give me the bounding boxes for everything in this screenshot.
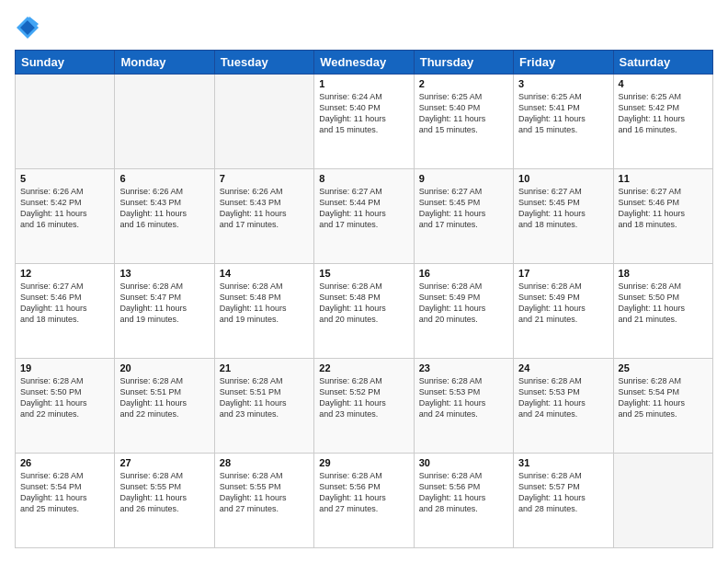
day-number: 10 bbox=[518, 173, 608, 184]
day-number: 31 bbox=[518, 457, 608, 468]
day-info: Sunrise: 6:28 AM Sunset: 5:54 PM Dayligh… bbox=[20, 470, 109, 515]
calendar-cell: 1Sunrise: 6:24 AM Sunset: 5:40 PM Daylig… bbox=[314, 75, 414, 169]
day-number: 7 bbox=[220, 173, 309, 184]
day-number: 24 bbox=[518, 362, 608, 373]
day-number: 22 bbox=[319, 362, 408, 373]
calendar-cell: 2Sunrise: 6:25 AM Sunset: 5:40 PM Daylig… bbox=[414, 75, 513, 169]
day-info: Sunrise: 6:28 AM Sunset: 5:56 PM Dayligh… bbox=[319, 470, 408, 515]
weekday-header-tuesday: Tuesday bbox=[214, 51, 313, 75]
weekday-header-thursday: Thursday bbox=[414, 51, 513, 75]
calendar-cell: 20Sunrise: 6:28 AM Sunset: 5:51 PM Dayli… bbox=[115, 359, 214, 454]
day-info: Sunrise: 6:28 AM Sunset: 5:52 PM Dayligh… bbox=[319, 375, 408, 420]
day-number: 1 bbox=[319, 78, 408, 89]
day-info: Sunrise: 6:28 AM Sunset: 5:47 PM Dayligh… bbox=[119, 281, 209, 326]
day-number: 29 bbox=[319, 457, 408, 468]
day-number: 27 bbox=[119, 457, 209, 468]
day-info: Sunrise: 6:28 AM Sunset: 5:50 PM Dayligh… bbox=[619, 281, 708, 326]
weekday-header-row: SundayMondayTuesdayWednesdayThursdayFrid… bbox=[16, 51, 713, 75]
calendar-cell bbox=[613, 454, 712, 548]
day-number: 14 bbox=[220, 268, 309, 279]
day-info: Sunrise: 6:24 AM Sunset: 5:40 PM Dayligh… bbox=[319, 91, 408, 136]
day-number: 19 bbox=[20, 362, 109, 373]
logo bbox=[15, 15, 44, 40]
day-info: Sunrise: 6:27 AM Sunset: 5:45 PM Dayligh… bbox=[419, 186, 508, 231]
day-number: 8 bbox=[319, 173, 408, 184]
day-number: 28 bbox=[220, 457, 309, 468]
calendar-cell: 8Sunrise: 6:27 AM Sunset: 5:44 PM Daylig… bbox=[314, 169, 414, 264]
calendar-cell: 15Sunrise: 6:28 AM Sunset: 5:48 PM Dayli… bbox=[314, 264, 414, 359]
day-info: Sunrise: 6:27 AM Sunset: 5:46 PM Dayligh… bbox=[20, 281, 109, 326]
day-number: 2 bbox=[419, 78, 508, 89]
calendar-cell: 30Sunrise: 6:28 AM Sunset: 5:56 PM Dayli… bbox=[414, 454, 513, 548]
calendar-cell: 17Sunrise: 6:28 AM Sunset: 5:49 PM Dayli… bbox=[514, 264, 613, 359]
day-info: Sunrise: 6:27 AM Sunset: 5:46 PM Dayligh… bbox=[619, 186, 708, 231]
day-number: 21 bbox=[220, 362, 309, 373]
calendar-cell: 22Sunrise: 6:28 AM Sunset: 5:52 PM Dayli… bbox=[314, 359, 414, 454]
calendar-week-2: 5Sunrise: 6:26 AM Sunset: 5:42 PM Daylig… bbox=[16, 169, 713, 264]
weekday-header-saturday: Saturday bbox=[613, 51, 712, 75]
day-number: 26 bbox=[20, 457, 109, 468]
calendar-cell: 12Sunrise: 6:27 AM Sunset: 5:46 PM Dayli… bbox=[16, 264, 115, 359]
day-number: 16 bbox=[419, 268, 508, 279]
calendar-cell: 4Sunrise: 6:25 AM Sunset: 5:42 PM Daylig… bbox=[613, 75, 712, 169]
day-number: 12 bbox=[20, 268, 109, 279]
calendar-cell: 10Sunrise: 6:27 AM Sunset: 5:45 PM Dayli… bbox=[514, 169, 613, 264]
day-info: Sunrise: 6:28 AM Sunset: 5:48 PM Dayligh… bbox=[220, 281, 309, 326]
calendar-week-4: 19Sunrise: 6:28 AM Sunset: 5:50 PM Dayli… bbox=[16, 359, 713, 454]
day-info: Sunrise: 6:28 AM Sunset: 5:56 PM Dayligh… bbox=[419, 470, 508, 515]
day-number: 4 bbox=[619, 78, 708, 89]
day-number: 5 bbox=[20, 173, 109, 184]
page: SundayMondayTuesdayWednesdayThursdayFrid… bbox=[0, 0, 728, 563]
weekday-header-monday: Monday bbox=[115, 51, 214, 75]
header bbox=[15, 15, 713, 40]
day-number: 18 bbox=[619, 268, 708, 279]
day-number: 20 bbox=[119, 362, 209, 373]
calendar-cell: 3Sunrise: 6:25 AM Sunset: 5:41 PM Daylig… bbox=[514, 75, 613, 169]
weekday-header-wednesday: Wednesday bbox=[314, 51, 414, 75]
day-info: Sunrise: 6:28 AM Sunset: 5:49 PM Dayligh… bbox=[518, 281, 608, 326]
calendar-cell: 19Sunrise: 6:28 AM Sunset: 5:50 PM Dayli… bbox=[16, 359, 115, 454]
day-info: Sunrise: 6:25 AM Sunset: 5:41 PM Dayligh… bbox=[518, 91, 608, 136]
day-info: Sunrise: 6:26 AM Sunset: 5:43 PM Dayligh… bbox=[119, 186, 209, 231]
day-info: Sunrise: 6:28 AM Sunset: 5:55 PM Dayligh… bbox=[119, 470, 209, 515]
calendar-cell bbox=[115, 75, 214, 169]
calendar-week-3: 12Sunrise: 6:27 AM Sunset: 5:46 PM Dayli… bbox=[16, 264, 713, 359]
calendar-table: SundayMondayTuesdayWednesdayThursdayFrid… bbox=[15, 50, 713, 548]
day-number: 11 bbox=[619, 173, 708, 184]
calendar-cell: 5Sunrise: 6:26 AM Sunset: 5:42 PM Daylig… bbox=[16, 169, 115, 264]
day-info: Sunrise: 6:28 AM Sunset: 5:51 PM Dayligh… bbox=[220, 375, 309, 420]
calendar-cell: 25Sunrise: 6:28 AM Sunset: 5:54 PM Dayli… bbox=[613, 359, 712, 454]
weekday-header-sunday: Sunday bbox=[16, 51, 115, 75]
day-number: 23 bbox=[419, 362, 508, 373]
calendar-cell bbox=[16, 75, 115, 169]
day-info: Sunrise: 6:27 AM Sunset: 5:45 PM Dayligh… bbox=[518, 186, 608, 231]
calendar-cell: 14Sunrise: 6:28 AM Sunset: 5:48 PM Dayli… bbox=[214, 264, 313, 359]
day-number: 3 bbox=[518, 78, 608, 89]
day-number: 15 bbox=[319, 268, 408, 279]
calendar-cell: 7Sunrise: 6:26 AM Sunset: 5:43 PM Daylig… bbox=[214, 169, 313, 264]
calendar-cell: 23Sunrise: 6:28 AM Sunset: 5:53 PM Dayli… bbox=[414, 359, 513, 454]
day-number: 30 bbox=[419, 457, 508, 468]
day-info: Sunrise: 6:26 AM Sunset: 5:42 PM Dayligh… bbox=[20, 186, 109, 231]
calendar-cell: 16Sunrise: 6:28 AM Sunset: 5:49 PM Dayli… bbox=[414, 264, 513, 359]
day-number: 13 bbox=[119, 268, 209, 279]
calendar-cell: 24Sunrise: 6:28 AM Sunset: 5:53 PM Dayli… bbox=[514, 359, 613, 454]
day-info: Sunrise: 6:28 AM Sunset: 5:50 PM Dayligh… bbox=[20, 375, 109, 420]
day-info: Sunrise: 6:27 AM Sunset: 5:44 PM Dayligh… bbox=[319, 186, 408, 231]
calendar-week-5: 26Sunrise: 6:28 AM Sunset: 5:54 PM Dayli… bbox=[16, 454, 713, 548]
day-number: 25 bbox=[619, 362, 708, 373]
calendar-cell: 27Sunrise: 6:28 AM Sunset: 5:55 PM Dayli… bbox=[115, 454, 214, 548]
day-info: Sunrise: 6:26 AM Sunset: 5:43 PM Dayligh… bbox=[220, 186, 309, 231]
day-info: Sunrise: 6:28 AM Sunset: 5:49 PM Dayligh… bbox=[419, 281, 508, 326]
calendar-cell: 28Sunrise: 6:28 AM Sunset: 5:55 PM Dayli… bbox=[214, 454, 313, 548]
day-info: Sunrise: 6:25 AM Sunset: 5:40 PM Dayligh… bbox=[419, 91, 508, 136]
day-info: Sunrise: 6:28 AM Sunset: 5:54 PM Dayligh… bbox=[619, 375, 708, 420]
calendar-cell: 9Sunrise: 6:27 AM Sunset: 5:45 PM Daylig… bbox=[414, 169, 513, 264]
day-info: Sunrise: 6:28 AM Sunset: 5:51 PM Dayligh… bbox=[119, 375, 209, 420]
day-number: 9 bbox=[419, 173, 508, 184]
calendar-week-1: 1Sunrise: 6:24 AM Sunset: 5:40 PM Daylig… bbox=[16, 75, 713, 169]
calendar-cell: 21Sunrise: 6:28 AM Sunset: 5:51 PM Dayli… bbox=[214, 359, 313, 454]
calendar-cell: 29Sunrise: 6:28 AM Sunset: 5:56 PM Dayli… bbox=[314, 454, 414, 548]
day-info: Sunrise: 6:28 AM Sunset: 5:55 PM Dayligh… bbox=[220, 470, 309, 515]
day-info: Sunrise: 6:28 AM Sunset: 5:53 PM Dayligh… bbox=[518, 375, 608, 420]
